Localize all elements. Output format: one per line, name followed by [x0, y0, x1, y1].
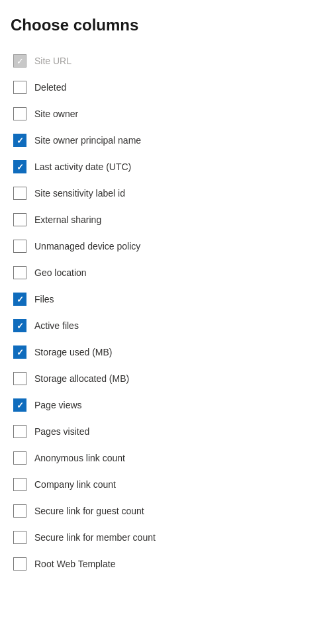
column-item-site-owner-principal-name[interactable]: ✓Site owner principal name: [11, 127, 324, 154]
column-item-company-link-count[interactable]: Company link count: [11, 471, 324, 498]
label-unmanaged-device-policy: Unmanaged device policy: [34, 241, 140, 252]
checkbox-deleted[interactable]: [13, 81, 26, 94]
checkbox-secure-link-member-count[interactable]: [13, 531, 26, 544]
column-item-pages-visited[interactable]: Pages visited: [11, 418, 324, 445]
column-item-site-url[interactable]: ✓Site URL: [11, 48, 324, 74]
column-item-geo-location[interactable]: Geo location: [11, 259, 324, 286]
label-site-sensitivity-label-id: Site sensitivity label id: [34, 188, 125, 199]
checkbox-geo-location[interactable]: [13, 266, 26, 279]
checkbox-site-owner[interactable]: [13, 107, 26, 120]
checkbox-external-sharing[interactable]: [13, 213, 26, 226]
checkbox-active-files[interactable]: ✓: [13, 319, 26, 332]
column-item-last-activity-date[interactable]: ✓Last activity date (UTC): [11, 154, 324, 180]
column-item-root-web-template[interactable]: Root Web Template: [11, 551, 324, 577]
checkbox-unmanaged-device-policy[interactable]: [13, 240, 26, 253]
label-external-sharing: External sharing: [34, 214, 101, 225]
column-item-secure-link-member-count[interactable]: Secure link for member count: [11, 524, 324, 551]
column-item-active-files[interactable]: ✓Active files: [11, 312, 324, 339]
checkbox-files[interactable]: ✓: [13, 293, 26, 306]
label-deleted: Deleted: [34, 82, 66, 93]
label-secure-link-member-count: Secure link for member count: [34, 532, 156, 543]
label-storage-allocated: Storage allocated (MB): [34, 373, 129, 384]
label-storage-used: Storage used (MB): [34, 347, 113, 357]
label-geo-location: Geo location: [34, 267, 87, 278]
page-title: Choose columns: [11, 16, 324, 34]
column-item-site-sensitivity-label-id[interactable]: Site sensitivity label id: [11, 180, 324, 207]
column-item-secure-link-guest-count[interactable]: Secure link for guest count: [11, 498, 324, 524]
checkbox-page-views[interactable]: ✓: [13, 398, 26, 412]
column-item-site-owner[interactable]: Site owner: [11, 101, 324, 127]
column-list: ✓Site URLDeletedSite owner✓Site owner pr…: [11, 48, 324, 577]
label-secure-link-guest-count: Secure link for guest count: [34, 506, 144, 516]
label-page-views: Page views: [34, 400, 82, 410]
label-pages-visited: Pages visited: [34, 426, 89, 437]
column-item-deleted[interactable]: Deleted: [11, 74, 324, 101]
checkbox-storage-allocated[interactable]: [13, 372, 26, 385]
label-site-owner-principal-name: Site owner principal name: [34, 135, 141, 146]
checkbox-pages-visited[interactable]: [13, 425, 26, 438]
column-item-storage-used[interactable]: ✓Storage used (MB): [11, 339, 324, 365]
checkbox-last-activity-date[interactable]: ✓: [13, 160, 26, 173]
label-company-link-count: Company link count: [34, 479, 116, 490]
label-last-activity-date: Last activity date (UTC): [34, 161, 131, 172]
column-item-external-sharing[interactable]: External sharing: [11, 207, 324, 233]
column-item-files[interactable]: ✓Files: [11, 286, 324, 312]
column-item-unmanaged-device-policy[interactable]: Unmanaged device policy: [11, 233, 324, 259]
column-item-storage-allocated[interactable]: Storage allocated (MB): [11, 365, 324, 392]
column-item-anonymous-link-count[interactable]: Anonymous link count: [11, 445, 324, 471]
checkbox-site-url: ✓: [13, 54, 26, 68]
label-site-owner: Site owner: [34, 109, 78, 119]
label-root-web-template: Root Web Template: [34, 559, 115, 569]
label-files: Files: [34, 294, 54, 304]
checkbox-company-link-count[interactable]: [13, 478, 26, 491]
checkbox-site-owner-principal-name[interactable]: ✓: [13, 134, 26, 147]
checkbox-secure-link-guest-count[interactable]: [13, 504, 26, 518]
label-site-url: Site URL: [34, 56, 72, 66]
label-active-files: Active files: [34, 320, 79, 331]
checkbox-root-web-template[interactable]: [13, 557, 26, 571]
checkbox-anonymous-link-count[interactable]: [13, 451, 26, 465]
checkbox-storage-used[interactable]: ✓: [13, 345, 26, 359]
checkbox-site-sensitivity-label-id[interactable]: [13, 187, 26, 200]
column-item-page-views[interactable]: ✓Page views: [11, 392, 324, 418]
label-anonymous-link-count: Anonymous link count: [34, 453, 125, 463]
